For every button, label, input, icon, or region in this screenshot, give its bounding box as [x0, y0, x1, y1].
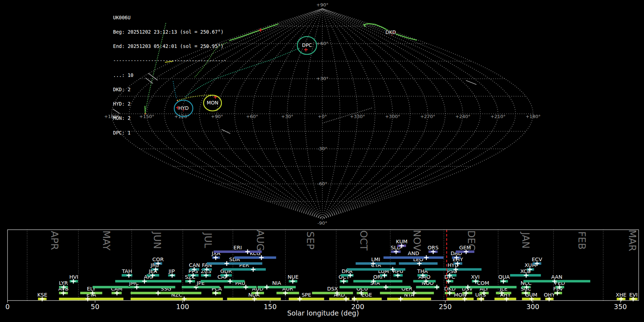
shower-label-dsx: DSX	[327, 286, 338, 292]
shower-bar-nta	[387, 298, 431, 300]
shower-label-ecv: ECV	[532, 257, 542, 262]
shower-peak-nia	[264, 285, 269, 289]
x-axis-title: Solar longitude (deg)	[287, 309, 359, 317]
map-label-longitude: +180°	[526, 114, 541, 119]
month-label-sep: SEP	[305, 231, 316, 249]
separator-line: ---------------------------------------	[113, 58, 226, 63]
meteor-observation-screen: +90°-90°+60°+30°-30°-60°+180°+150°+120°+…	[0, 0, 644, 322]
month-label-jun: JUN	[152, 231, 163, 249]
shower-label-hvi: HVI	[69, 274, 78, 280]
month-label-apr: APR	[49, 231, 60, 250]
shower-bar-jpe	[182, 286, 220, 288]
shower-peak-cap	[228, 279, 233, 284]
x-tick-label: 350	[614, 303, 627, 311]
shower-label-xvi: XVI	[471, 274, 479, 280]
shower-bar-jmc	[93, 286, 175, 288]
map-label-longitude: +270°	[420, 114, 435, 119]
map-label-longitude: +210°	[491, 114, 506, 119]
month-label-jul: JUL	[203, 232, 214, 248]
shower-bar-dsx	[312, 292, 353, 294]
shower-label-kse: KSE	[37, 292, 47, 298]
shower-label-evi: EVI	[629, 292, 638, 298]
shower-label-com: COM	[477, 280, 489, 286]
count-mon: MON: 2	[113, 116, 226, 121]
month-label-nov: NOV	[411, 230, 423, 251]
shower-peak-eri	[245, 249, 250, 254]
shower-label-qua: QUA	[498, 274, 510, 280]
shower-bar-pau	[224, 286, 257, 288]
trail-faint-diagonal	[323, 108, 373, 123]
shower-label-aan: AAN	[551, 274, 562, 280]
shower-label-kum: KUM	[396, 239, 408, 244]
shower-bar-mon	[447, 298, 474, 300]
month-label-feb: FEB	[576, 231, 587, 249]
sky-map-and-activity-chart: +90°-90°+60°+30°-30°-60°+180°+150°+120°+…	[0, 0, 644, 322]
x-tick-label: 100	[176, 303, 189, 311]
session-begin: Beg: 20251202 23:12:13 (sol = 250.67°)	[113, 30, 226, 34]
count-dkd: DKD: 2	[113, 87, 226, 92]
shower-label-gem: GEM	[459, 245, 471, 250]
shower-bar-ari	[115, 280, 181, 283]
shower-bar-oer	[380, 292, 434, 294]
shower-label-ohy: OHY	[544, 292, 555, 298]
map-label-longitude: +0°	[318, 114, 327, 119]
map-label-longitude: +300°	[385, 114, 400, 119]
map-label-longitude: +330°	[350, 114, 365, 119]
shower-label-spe: SPE	[302, 292, 311, 298]
shower-bar-ssg	[131, 292, 201, 294]
month-label-mar: MAR	[627, 230, 638, 252]
map-label-latitude: -30°	[317, 146, 327, 151]
shower-peak-ssg	[156, 291, 160, 296]
shower-bar-cta	[347, 268, 405, 271]
shower-peak-and	[424, 255, 429, 260]
meteor-cross	[304, 48, 308, 52]
count-sporadic: ...: 10	[113, 73, 226, 78]
shower-label-nue: NUE	[288, 274, 299, 280]
shower-label-lyr: LYR	[59, 280, 68, 286]
x-tick-label: 300	[526, 303, 539, 311]
map-label-longitude: +240°	[455, 114, 470, 119]
shower-bar-com	[450, 286, 517, 288]
shower-bar-nia	[258, 286, 296, 288]
month-label-jan: JAN	[520, 231, 531, 249]
shower-label-can: CAN	[189, 262, 200, 268]
meteor-streak-gray	[466, 80, 476, 84]
shower-label-nia: NIA	[272, 280, 281, 286]
map-label-north-pole: +90°	[316, 2, 328, 8]
shower-bar-sda	[207, 262, 262, 265]
shower-bar-sta	[340, 286, 411, 288]
shower-label-ors: ORS	[428, 245, 439, 250]
shower-bar-aur	[277, 292, 299, 294]
shower-label-cor: COR	[152, 257, 164, 262]
shower-label-lmi: LMI	[371, 257, 380, 262]
x-tick-label: 250	[439, 303, 452, 311]
shower-bar-and	[384, 257, 444, 259]
shower-label-tah: TAH	[122, 268, 132, 274]
shower-peak-sta	[384, 285, 388, 289]
shower-bar-per	[223, 268, 266, 271]
shower-bar-eri	[214, 250, 262, 253]
shower-bar-ori	[353, 280, 402, 283]
shower-bar-nzc	[131, 298, 223, 300]
x-tick-label: 0	[5, 303, 10, 311]
shower-bar-kcg	[234, 257, 276, 259]
session-id: UK006U	[113, 15, 226, 20]
shower-peak-per	[251, 267, 255, 272]
map-label-south-pole: -90°	[317, 220, 327, 226]
radiant-label-dkd: DKD	[385, 29, 396, 35]
radiant-label-dpc: DPC	[302, 42, 312, 48]
map-label-longitude: +30°	[281, 114, 293, 119]
shower-peak-sda	[224, 261, 229, 266]
shower-label-and: AND	[408, 250, 419, 256]
shower-label-xhe: XHE	[616, 292, 626, 298]
shower-bar-cap	[201, 280, 245, 283]
shower-bar-spe	[289, 298, 324, 300]
map-label-latitude: +30°	[316, 76, 328, 81]
x-tick-label: 150	[264, 303, 277, 311]
shower-label-eri: ERI	[234, 245, 242, 250]
map-label-latitude: -60°	[317, 181, 327, 186]
month-label-may: MAY	[101, 230, 112, 251]
activity-timeline-chart: APRMAYJUNJULAUGSEPOCTNOVDECJANFEBMARKSEE…	[5, 230, 639, 317]
shower-bar-eta	[59, 298, 123, 300]
map-label-latitude: +60°	[316, 41, 328, 46]
